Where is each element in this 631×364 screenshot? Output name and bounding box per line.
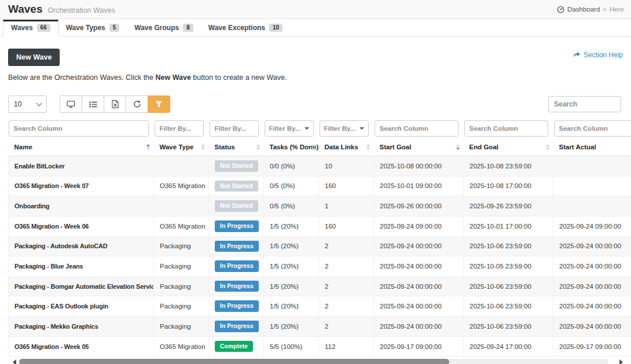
cell-wave-type: Packaging [154,317,209,337]
cell-name: Enable BitLocker [9,156,154,177]
column-filter-input-0[interactable] [9,120,149,137]
filter-placeholder: Filter By... [269,125,301,132]
column-header-wave-type[interactable]: Wave Type [154,138,209,156]
cell-end-goal: 2025-10-08 23:59:00 [464,156,553,177]
column-filter-select-3[interactable]: Filter By... [265,120,314,137]
status-badge: Complete [215,341,253,352]
tab-wave-groups[interactable]: Wave Groups8 [127,20,200,36]
refresh-button[interactable] [126,95,148,113]
filter-cell-7 [553,119,631,138]
column-header-tasks-done[interactable]: Tasks (% Done) [264,138,319,156]
tab-waves[interactable]: Waves66 [3,20,58,36]
table-view-button-group [60,95,170,113]
cell-tasks: 1/5 (20%) [264,256,319,277]
cell-start-goal: 2025-09-17 09:00:00 [374,336,464,356]
breadcrumb-dashboard[interactable]: Dashboard [567,6,600,13]
search-input[interactable] [548,96,621,112]
cell-start-goal: 2025-09-24 00:00:00 [374,256,464,277]
tab-wave-exceptions[interactable]: Wave Exceptions10 [201,20,290,36]
column-filter-input-2[interactable] [210,120,259,137]
cell-data-links: 2 [319,276,374,296]
column-header-status[interactable]: Status [209,138,264,156]
filter-row: Filter By...Filter By... [9,119,631,138]
cell-tasks: 1/5 (20%) [264,317,319,337]
cell-data-links: 1 [319,196,374,216]
cell-name: O365 Migration - Week 07 [9,176,154,196]
cell-name: Packaging - EAS Outlook plugin [9,296,154,317]
scroll-left-arrow-icon[interactable] [13,359,16,364]
sort-down-arrow [366,148,370,150]
scroll-right-arrow-icon[interactable] [619,359,623,364]
caret-down-icon [305,127,309,130]
filter-cell-5 [374,119,464,138]
column-header-label: Wave Type [160,144,194,150]
list-icon [89,101,97,108]
filter-cell-4: Filter By... [319,119,374,138]
cell-start-goal: 2025-09-26 00:00:00 [374,196,464,216]
cell-end-goal: 2025-09-26 23:59:00 [464,196,553,216]
column-filter-input-7[interactable] [554,120,631,137]
column-header-label: Start Actual [559,144,596,150]
cell-wave-type: O365 Migration [154,176,209,196]
column-header-start-actual[interactable]: Start Actual [553,138,631,156]
tab-count-badge: 10 [269,24,283,32]
cell-start-goal: 2025-09-24 00:00:00 [374,317,464,337]
cell-start-actual: 2025-09-24 00:00:00 [553,276,631,296]
table-row[interactable]: Packaging - Autodesk AutoCADPackagingIn … [9,236,631,256]
table-row[interactable]: Packaging - Mekko GraphicsPackagingIn Pr… [9,317,631,337]
section-help-link[interactable]: Section Help [573,51,623,59]
column-filter-input-1[interactable] [155,120,204,137]
filter-placeholder: Filter By... [324,125,356,132]
monitor-icon [67,100,75,108]
monitor-view-button[interactable] [60,95,82,113]
cell-name: O365 Migration - Week 06 [9,216,154,236]
column-header-end-goal[interactable]: End Goal [464,138,553,156]
sort-icon [546,144,549,150]
column-header-data-links[interactable]: Data Links [319,138,374,156]
tab-wave-types[interactable]: Wave Types5 [58,20,127,36]
breadcrumb-separator: > [603,6,607,13]
filter-toggle-button[interactable] [148,95,170,113]
table-row[interactable]: Packaging - Bomgar Automatic Elevation S… [9,276,631,296]
cell-end-goal: 2025-10-06 23:59:00 [464,317,553,337]
table-row[interactable]: Packaging - EAS Outlook pluginPackagingI… [9,296,631,317]
table-row[interactable]: O365 Migration - Week 06O365 MigrationIn… [9,216,631,236]
cell-start-actual: 2025-09-24 09:00:00 [553,216,631,236]
table-row[interactable]: O365 Migration - Week 07O365 MigrationNo… [9,176,631,196]
file-excel-icon [112,100,119,108]
new-wave-button[interactable]: New Wave [8,49,60,66]
chevron-down-icon [36,100,42,106]
tab-count-badge: 8 [183,24,193,32]
filter-cell-3: Filter By... [264,119,319,138]
cell-data-links: 160 [319,176,374,196]
export-excel-button[interactable] [104,95,126,113]
column-header-start-goal[interactable]: Start Goal [374,138,464,156]
cell-status: In Progress [209,236,264,256]
cell-end-goal: 2025-10-06 23:59:00 [464,276,553,296]
cell-name: Onboarding [9,196,154,216]
column-filter-input-6[interactable] [464,120,548,137]
cell-start-actual: 2025-09-24 00:00:00 [553,317,631,337]
refresh-icon [133,100,141,108]
page-size-select[interactable]: 10 [8,95,47,113]
scrollbar-track[interactable] [19,359,608,364]
status-badge: In Progress [215,281,259,292]
table-row[interactable]: O365 Migration - Week 05O365 MigrationCo… [9,336,631,356]
column-header-name[interactable]: Name [9,138,154,156]
table-row[interactable]: Enable BitLockerNot Started0/0 (0%)10202… [9,156,631,177]
cell-end-goal: 2025-10-06 23:59:00 [464,296,553,317]
column-filter-input-5[interactable] [375,120,458,137]
cell-data-links: 2 [319,236,374,256]
scrollbar-thumb[interactable] [19,359,449,364]
list-view-button[interactable] [82,95,104,113]
table-row[interactable]: Packaging - Blue JeansPackagingIn Progre… [9,256,631,277]
status-badge: In Progress [215,220,259,232]
cell-end-goal: 2025-09-24 17:00:00 [464,336,553,356]
status-badge: Not Started [215,200,258,212]
column-filter-select-4[interactable]: Filter By... [320,120,369,137]
cell-start-actual: 2025-09-17 09:00:00 [553,336,631,356]
cell-start-actual: 2025-09-24 00:00:00 [553,236,631,256]
sort-down-arrow [456,148,460,150]
sort-icon [456,144,460,150]
table-row[interactable]: OnboardingNot Started0/5 (0%)12025-09-26… [9,196,631,216]
